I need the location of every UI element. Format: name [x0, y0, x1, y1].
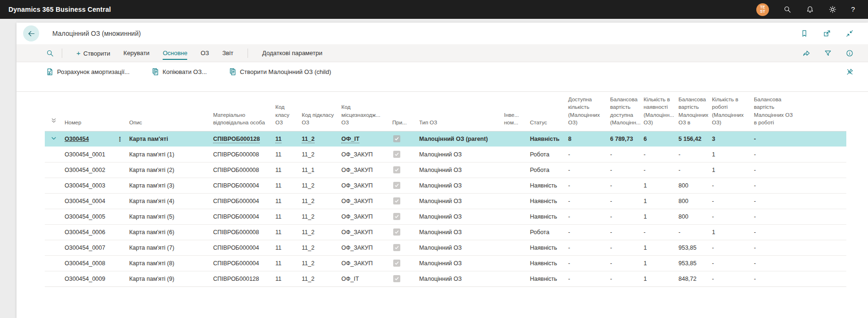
- cell-onhand_qty[interactable]: -: [644, 225, 678, 240]
- assigned-checkbox[interactable]: [393, 244, 400, 251]
- cell-onhand_value[interactable]: 953,85: [678, 240, 712, 256]
- action-copy-oz[interactable]: Копіювати ОЗ...: [151, 68, 207, 76]
- table-row-selected[interactable]: О300454⋮Карта пам'ятіСПІВРОБ0001281111_2…: [45, 131, 846, 147]
- number-link[interactable]: О300454_0008: [65, 260, 105, 267]
- assigned-checkbox[interactable]: [393, 166, 400, 173]
- cell-subclass_code[interactable]: 11_2: [302, 209, 341, 225]
- cell-assigned[interactable]: [392, 163, 419, 178]
- cell-inwork_value[interactable]: -: [754, 147, 846, 163]
- cell-type[interactable]: Малоцінний ОЗ: [419, 178, 504, 194]
- cell-expander[interactable]: [45, 147, 65, 163]
- cell-inwork_qty[interactable]: 1: [712, 163, 754, 178]
- cell-responsible[interactable]: СПІВРОБ000128: [213, 271, 275, 287]
- cell-inwork_qty[interactable]: -: [712, 240, 754, 256]
- cell-number[interactable]: О300454_0004: [65, 194, 129, 209]
- tab-oz[interactable]: ОЗ: [200, 45, 209, 61]
- cell-type[interactable]: Малоцінний ОЗ: [419, 194, 504, 209]
- cell-type[interactable]: Малоцінний ОЗ: [419, 163, 504, 178]
- cell-onhand_value[interactable]: -: [678, 147, 712, 163]
- cell-inwork_qty[interactable]: -: [712, 194, 754, 209]
- cell-responsible[interactable]: СПІВРОБ000004: [213, 256, 275, 271]
- table-row[interactable]: О300454_0009Карта пам'яті (9)СПІВРОБ0001…: [45, 271, 846, 287]
- cell-inwork_value[interactable]: -: [754, 194, 846, 209]
- cell-available_value[interactable]: -: [610, 178, 644, 194]
- number-link[interactable]: О300454_0009: [65, 276, 105, 282]
- table-row[interactable]: О300454_0008Карта пам'яті (8)СПІВРОБ0000…: [45, 256, 846, 271]
- cell-number[interactable]: О300454_0002: [65, 163, 129, 178]
- cell-description[interactable]: Карта пам'яті (1): [129, 147, 213, 163]
- col-header-inwork_value[interactable]: Балансова вартість Малоцінних ОЗ в робот…: [754, 92, 846, 131]
- cell-location_code[interactable]: ОФ_ЗАКУП: [341, 194, 392, 209]
- cell-description[interactable]: Карта пам'яті (5): [129, 209, 213, 225]
- field-value[interactable]: СПІВРОБ000128: [213, 136, 260, 143]
- cell-inwork_value[interactable]: -: [754, 225, 846, 240]
- assigned-checkbox[interactable]: [393, 260, 400, 267]
- cell-type[interactable]: Малоцінний ОЗ: [419, 271, 504, 287]
- cell-available_value[interactable]: -: [610, 271, 644, 287]
- col-header-available_value[interactable]: Балансова вартість доступна (Малоцінн...: [610, 92, 644, 131]
- cell-expander[interactable]: [45, 178, 65, 194]
- cell-class_code[interactable]: 11: [275, 209, 302, 225]
- cell-number[interactable]: О300454_0009: [65, 271, 129, 287]
- cell-assigned[interactable]: [392, 194, 419, 209]
- col-header-available_qty[interactable]: Доступна кількість (Малоцінних ОЗ): [568, 92, 610, 131]
- cell-description[interactable]: Карта пам'яті (4): [129, 194, 213, 209]
- list-search-icon[interactable]: [46, 49, 54, 57]
- cell-expander[interactable]: [45, 194, 65, 209]
- cell-assigned[interactable]: [392, 147, 419, 163]
- cell-location_code[interactable]: ОФ_ЗАКУП: [341, 163, 392, 178]
- cell-location_code[interactable]: ОФ_ЗАКУП: [341, 256, 392, 271]
- table-row[interactable]: О300454_0004Карта пам'яті (4)СПІВРОБ0000…: [45, 194, 846, 209]
- cell-inventory_no[interactable]: [504, 131, 530, 147]
- cell-inwork_value[interactable]: -: [754, 178, 846, 194]
- cell-inventory_no[interactable]: [504, 194, 530, 209]
- cell-available_qty[interactable]: -: [568, 271, 610, 287]
- share-icon[interactable]: [802, 49, 810, 57]
- cell-inwork_value[interactable]: -: [754, 240, 846, 256]
- cell-type[interactable]: Малоцінний ОЗ (parent): [419, 131, 504, 147]
- cell-inventory_no[interactable]: [504, 147, 530, 163]
- cell-subclass_code[interactable]: 11_1: [302, 163, 341, 178]
- cell-onhand_value[interactable]: 5 156,42: [678, 131, 712, 147]
- cell-location_code[interactable]: ОФ_ЗАКУП: [341, 178, 392, 194]
- col-header-number[interactable]: Номер: [65, 92, 129, 131]
- filter-icon[interactable]: [824, 49, 832, 57]
- cell-inwork_qty[interactable]: -: [712, 178, 754, 194]
- tab-manage[interactable]: Керувати: [124, 45, 149, 61]
- assigned-checkbox[interactable]: [393, 213, 400, 220]
- cell-location_code[interactable]: ОФ_ІТ: [341, 131, 392, 147]
- cell-onhand_value[interactable]: 848,72: [678, 271, 712, 287]
- expand-chevron-icon[interactable]: [50, 135, 57, 142]
- col-header-class_code[interactable]: Код класу ОЗ: [275, 92, 302, 131]
- cell-description[interactable]: Карта пам'яті (3): [129, 178, 213, 194]
- cell-description[interactable]: Карта пам'яті (7): [129, 240, 213, 256]
- cell-responsible[interactable]: СПІВРОБ000008: [213, 147, 275, 163]
- cell-subclass_code[interactable]: 11_2: [302, 240, 341, 256]
- col-header-type[interactable]: Тип ОЗ: [419, 92, 504, 131]
- cell-expander[interactable]: [45, 240, 65, 256]
- cell-assigned[interactable]: [392, 209, 419, 225]
- col-header-inwork_qty[interactable]: Кількість в роботі (Малоцінних ОЗ): [712, 92, 754, 131]
- cell-inventory_no[interactable]: [504, 240, 530, 256]
- cell-inwork_qty[interactable]: -: [712, 209, 754, 225]
- cell-class_code[interactable]: 11: [275, 163, 302, 178]
- number-link[interactable]: О300454_0002: [65, 167, 105, 173]
- cell-assigned[interactable]: [392, 178, 419, 194]
- cell-subclass_code[interactable]: 11_2: [302, 225, 341, 240]
- number-link[interactable]: О300454: [65, 136, 89, 142]
- cell-available_value[interactable]: -: [610, 256, 644, 271]
- cell-onhand_qty[interactable]: -: [644, 147, 678, 163]
- cell-onhand_qty[interactable]: 1: [644, 209, 678, 225]
- cell-location_code[interactable]: ОФ_ЗАКУП: [341, 240, 392, 256]
- action-create-child[interactable]: Створити Малоцінний ОЗ (child): [229, 68, 331, 76]
- cell-number[interactable]: О300454_0003: [65, 178, 129, 194]
- cell-expander[interactable]: [45, 271, 65, 287]
- cell-onhand_qty[interactable]: 1: [644, 240, 678, 256]
- cell-location_code[interactable]: ОФ_ЗАКУП: [341, 147, 392, 163]
- cell-responsible[interactable]: СПІВРОБ000004: [213, 240, 275, 256]
- cell-onhand_qty[interactable]: 1: [644, 178, 678, 194]
- cell-responsible[interactable]: СПІВРОБ000004: [213, 178, 275, 194]
- cell-expander[interactable]: [45, 225, 65, 240]
- cell-available_qty[interactable]: -: [568, 147, 610, 163]
- cell-type[interactable]: Малоцінний ОЗ: [419, 147, 504, 163]
